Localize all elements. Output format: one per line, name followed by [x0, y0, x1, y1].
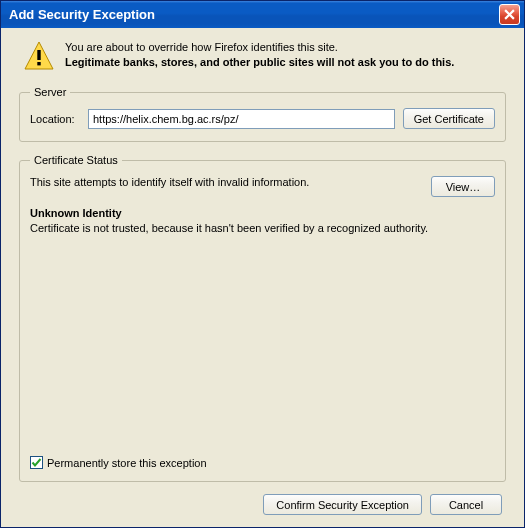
- intro-row: You are about to override how Firefox id…: [19, 40, 506, 72]
- cancel-button[interactable]: Cancel: [430, 494, 502, 515]
- permanent-store-checkbox[interactable]: [30, 456, 43, 469]
- titlebar[interactable]: Add Security Exception: [1, 1, 524, 28]
- permanent-store-row: Permanently store this exception: [30, 448, 495, 469]
- certificate-status-group: Certificate Status This site attempts to…: [19, 154, 506, 482]
- cert-status-legend: Certificate Status: [30, 154, 122, 166]
- intro-text: You are about to override how Firefox id…: [65, 40, 502, 71]
- dialog-window: Add Security Exception You are about to …: [0, 0, 525, 528]
- intro-line2: Legitimate banks, stores, and other publ…: [65, 55, 502, 70]
- unknown-identity-body: Certificate is not trusted, because it h…: [30, 221, 495, 235]
- server-legend: Server: [30, 86, 70, 98]
- close-icon: [504, 9, 515, 20]
- svg-rect-1: [37, 50, 40, 60]
- unknown-identity-heading: Unknown Identity: [30, 207, 495, 219]
- view-certificate-button[interactable]: View…: [431, 176, 495, 197]
- dialog-footer: Confirm Security Exception Cancel: [19, 490, 506, 515]
- intro-line1: You are about to override how Firefox id…: [65, 40, 502, 55]
- warning-icon: [23, 40, 55, 72]
- get-certificate-button[interactable]: Get Certificate: [403, 108, 495, 129]
- dialog-body: You are about to override how Firefox id…: [1, 28, 524, 527]
- window-title: Add Security Exception: [9, 7, 499, 22]
- check-icon: [31, 457, 42, 468]
- confirm-exception-button[interactable]: Confirm Security Exception: [263, 494, 422, 515]
- cert-attempt-message: This site attempts to identify itself wi…: [30, 176, 423, 188]
- location-label: Location:: [30, 113, 80, 125]
- close-button[interactable]: [499, 4, 520, 25]
- server-group: Server Location: Get Certificate: [19, 86, 506, 142]
- svg-rect-2: [37, 62, 40, 65]
- location-input[interactable]: [88, 109, 395, 129]
- permanent-store-label: Permanently store this exception: [47, 457, 207, 469]
